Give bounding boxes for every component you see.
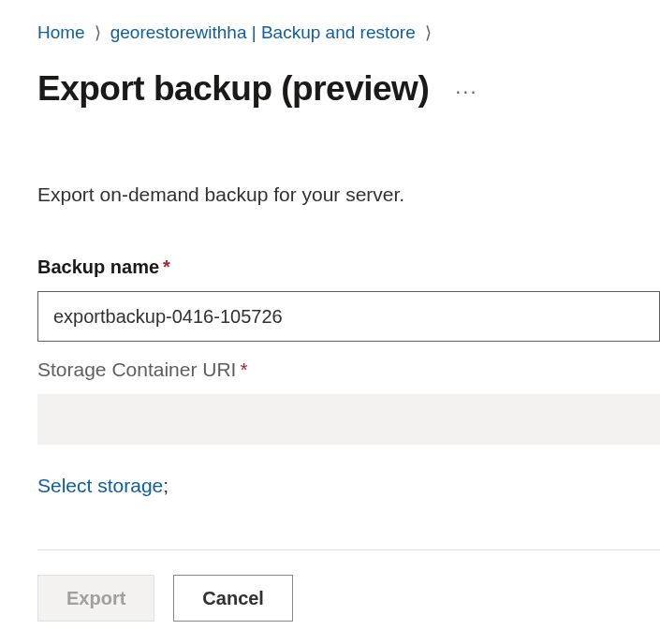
select-storage-link[interactable]: Select storage bbox=[37, 475, 163, 496]
required-indicator: * bbox=[163, 256, 170, 277]
required-indicator: * bbox=[240, 359, 247, 380]
backup-name-field: Backup name* bbox=[37, 256, 660, 342]
page-title: Export backup (preview) bbox=[37, 69, 429, 109]
storage-uri-input[interactable] bbox=[37, 394, 660, 445]
select-storage-row: Select storage; bbox=[37, 475, 660, 497]
footer-actions: Export Cancel bbox=[37, 549, 660, 644]
storage-uri-field: Storage Container URI* bbox=[37, 359, 660, 445]
backup-name-input[interactable] bbox=[37, 291, 660, 342]
chevron-right-icon: ⟩ bbox=[95, 22, 101, 43]
semicolon: ; bbox=[163, 475, 169, 496]
chevron-right-icon: ⟩ bbox=[425, 22, 432, 43]
export-button[interactable]: Export bbox=[37, 575, 154, 622]
backup-name-label: Backup name* bbox=[37, 256, 660, 278]
cancel-button[interactable]: Cancel bbox=[173, 575, 293, 622]
breadcrumb-home[interactable]: Home bbox=[37, 22, 85, 43]
storage-uri-label: Storage Container URI* bbox=[37, 359, 660, 381]
breadcrumb-resource[interactable]: georestorewithha | Backup and restore bbox=[110, 22, 416, 43]
breadcrumb: Home ⟩ georestorewithha | Backup and res… bbox=[37, 22, 660, 43]
more-icon[interactable]: ··· bbox=[455, 76, 477, 102]
page-description: Export on-demand backup for your server. bbox=[37, 183, 660, 206]
